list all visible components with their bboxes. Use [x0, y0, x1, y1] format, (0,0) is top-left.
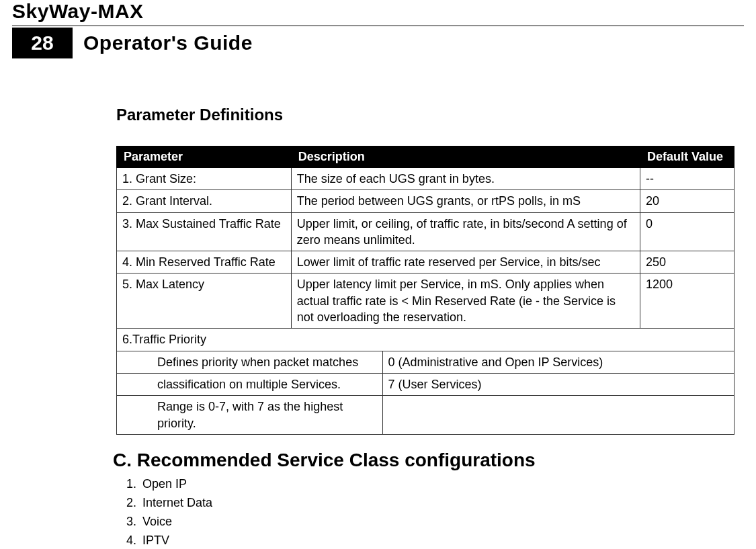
page-number-badge: 28 — [12, 28, 73, 58]
table-sub-row: Defines priority when packet matches0 (A… — [117, 351, 734, 373]
table-sub-row: Range is 0-7, with 7 as the highest prio… — [117, 396, 734, 435]
cell-description: Upper limit, or ceiling, of traffic rate… — [291, 212, 640, 251]
cell-parameter: 3. Max Sustained Traffic Rate — [117, 212, 292, 251]
list-item: Open IP — [140, 475, 744, 494]
table-row: 2. Grant Interval. The period between UG… — [117, 190, 734, 212]
cell-sub-left: Range is 0-7, with 7 as the highest prio… — [117, 396, 382, 434]
table-header-row: Parameter Description Default Value — [117, 146, 734, 168]
table-row: 3. Max Sustained Traffic Rate Upper limi… — [117, 212, 734, 251]
table-row-traffic-priority: 6.Traffic Priority — [117, 329, 734, 351]
cell-description: Lower limit of traffic rate reserved per… — [291, 251, 640, 273]
list-item: Voice — [140, 513, 744, 532]
cell-parameter: 1. Grant Size: — [117, 168, 292, 190]
column-header-description: Description — [291, 146, 640, 168]
content-area: Parameter Definitions Parameter Descript… — [12, 58, 744, 549]
header-bar: 28 Operator's Guide — [12, 28, 744, 58]
table-row: 1. Grant Size: The size of each UGS gran… — [117, 168, 734, 190]
cell-sub-right: 7 (User Services) — [382, 374, 734, 395]
cell-sub-right — [382, 396, 734, 434]
section-heading-parameter-definitions: Parameter Definitions — [116, 105, 744, 124]
cell-traffic-priority-label: 6.Traffic Priority — [117, 329, 734, 351]
cell-parameter: 2. Grant Interval. — [117, 190, 292, 212]
section-heading-recommended-configs: C. Recommended Service Class configurati… — [113, 450, 744, 471]
list-item: Internet Data — [140, 494, 744, 513]
column-header-parameter: Parameter — [117, 146, 292, 168]
cell-parameter: 4. Min Reserved Traffic Rate — [117, 251, 292, 273]
parameter-table: Parameter Description Default Value 1. G… — [116, 146, 734, 435]
cell-default: 20 — [640, 190, 734, 212]
cell-default: 250 — [640, 251, 734, 273]
cell-parameter: 5. Max Latency — [117, 273, 292, 329]
column-header-default-value: Default Value — [640, 146, 734, 168]
table-sub-row: classification on multiple Services.7 (U… — [117, 373, 734, 395]
cell-description: The size of each UGS grant in bytes. — [291, 168, 640, 190]
list-item: IPTV — [140, 532, 744, 549]
cell-default: -- — [640, 168, 734, 190]
cell-sub-left: Defines priority when packet matches — [117, 351, 382, 373]
cell-default: 0 — [640, 212, 734, 251]
cell-description: Upper latency limit per Service, in mS. … — [291, 273, 640, 329]
table-row: 4. Min Reserved Traffic Rate Lower limit… — [117, 251, 734, 273]
cell-sub-wrapper: Range is 0-7, with 7 as the highest prio… — [117, 396, 734, 435]
document-title: SkyWay-MAX — [12, 0, 744, 23]
cell-sub-wrapper: classification on multiple Services.7 (U… — [117, 373, 734, 395]
cell-sub-left: classification on multiple Services. — [117, 374, 382, 395]
guide-title: Operator's Guide — [83, 32, 253, 54]
cell-sub-right: 0 (Administrative and Open IP Services) — [382, 351, 734, 373]
table-row: 5. Max Latency Upper latency limit per S… — [117, 273, 734, 329]
title-divider — [12, 26, 744, 26]
cell-description: The period between UGS grants, or rtPS p… — [291, 190, 640, 212]
cell-default: 1200 — [640, 273, 734, 329]
cell-sub-wrapper: Defines priority when packet matches0 (A… — [117, 351, 734, 373]
config-list: Open IP Internet Data Voice IPTV — [116, 475, 744, 549]
